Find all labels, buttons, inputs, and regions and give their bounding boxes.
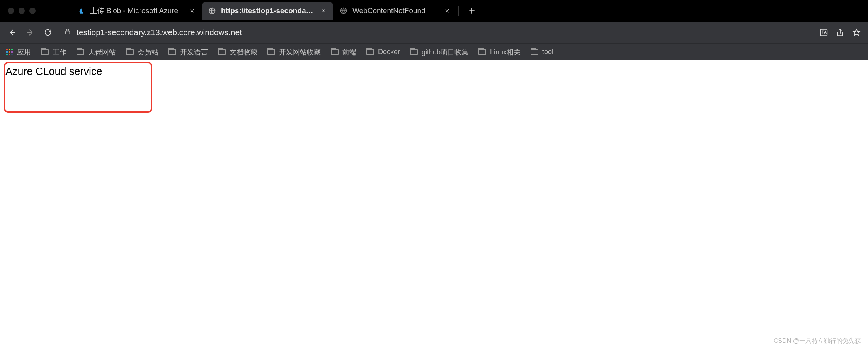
folder-icon xyxy=(77,49,84,55)
window-controls xyxy=(8,8,36,14)
bookmark-label: 开发语言 xyxy=(180,47,208,57)
close-icon[interactable] xyxy=(320,7,327,14)
window-close-button[interactable] xyxy=(8,8,14,14)
folder-icon xyxy=(410,49,418,55)
folder-icon xyxy=(126,49,134,55)
bookmark-label: 工作 xyxy=(53,47,66,57)
bookmark-label: Docker xyxy=(378,48,400,56)
browser-chrome: 上传 Blob - Microsoft Azure https://testio… xyxy=(0,0,868,60)
bookmark-star-icon[interactable] xyxy=(850,26,863,39)
annotation-highlight-box xyxy=(4,62,152,113)
back-button[interactable] xyxy=(5,25,19,39)
folder-icon xyxy=(168,49,176,55)
share-icon[interactable] xyxy=(834,26,846,39)
address-bar[interactable]: testiop1-secondary.z13.web.core.windows.… xyxy=(59,25,814,40)
bookmark-folder-work[interactable]: 工作 xyxy=(41,47,66,57)
tab-separator xyxy=(458,6,459,16)
bookmark-label: 大佬网站 xyxy=(88,47,116,57)
folder-icon xyxy=(531,49,538,55)
bookmarks-bar: 应用 工作 大佬网站 会员站 开发语言 文档收藏 开发网站收藏 前端 Docke… xyxy=(0,43,868,60)
folder-icon xyxy=(478,49,486,55)
bookmark-label: 开发网站收藏 xyxy=(279,47,321,57)
bookmark-folder-frontend[interactable]: 前端 xyxy=(331,47,356,57)
url-text: testiop1-secondary.z13.web.core.windows.… xyxy=(77,28,242,37)
folder-icon xyxy=(366,49,374,55)
azure-icon xyxy=(77,7,85,15)
bookmark-label: tool xyxy=(542,48,553,56)
window-maximize-button[interactable] xyxy=(29,8,36,14)
new-tab-button[interactable] xyxy=(465,4,479,18)
tab-title: 上传 Blob - Microsoft Azure xyxy=(90,6,184,16)
tab-title: WebContentNotFound xyxy=(352,7,439,15)
lock-icon[interactable] xyxy=(64,28,71,37)
tab-azure-upload[interactable]: 上传 Blob - Microsoft Azure xyxy=(70,2,202,20)
close-icon[interactable] xyxy=(444,7,451,14)
bookmark-folder-member[interactable]: 会员站 xyxy=(126,47,158,57)
window-minimize-button[interactable] xyxy=(19,8,25,14)
folder-icon xyxy=(267,49,275,55)
tab-testiop1[interactable]: https://testiop1-secondary.z13 xyxy=(202,2,333,20)
page-content: Azure CLoud service CSDN @一只特立独行的兔先森 xyxy=(0,60,868,349)
apps-button[interactable]: 应用 xyxy=(6,47,31,57)
translate-icon[interactable] xyxy=(818,26,830,39)
bookmark-folder-tool[interactable]: tool xyxy=(531,48,553,56)
bookmark-label: 文档收藏 xyxy=(230,47,257,57)
watermark-text: CSDN @一只特立独行的兔先森 xyxy=(774,337,861,345)
folder-icon xyxy=(218,49,226,55)
bookmark-folder-linux[interactable]: Linux相关 xyxy=(478,47,521,57)
close-icon[interactable] xyxy=(189,7,196,14)
apps-grid-icon xyxy=(6,49,13,56)
globe-icon xyxy=(208,7,216,15)
bookmark-folder-dalao[interactable]: 大佬网站 xyxy=(77,47,116,57)
bookmark-folder-docker[interactable]: Docker xyxy=(366,48,400,56)
bookmark-label: 前端 xyxy=(342,47,356,57)
folder-icon xyxy=(41,49,49,55)
bookmark-label: 会员站 xyxy=(138,47,158,57)
tab-strip: 上传 Blob - Microsoft Azure https://testio… xyxy=(70,0,868,22)
bookmark-folder-docs[interactable]: 文档收藏 xyxy=(218,47,257,57)
toolbar: testiop1-secondary.z13.web.core.windows.… xyxy=(0,22,868,43)
toolbar-right xyxy=(818,26,863,39)
bookmark-folder-github[interactable]: github项目收集 xyxy=(410,47,468,57)
apps-label: 应用 xyxy=(17,47,31,57)
bookmark-label: github项目收集 xyxy=(422,47,468,57)
bookmark-folder-devlang[interactable]: 开发语言 xyxy=(168,47,208,57)
globe-icon xyxy=(339,7,348,15)
reload-button[interactable] xyxy=(41,25,55,39)
tab-webcontentnotfound[interactable]: WebContentNotFound xyxy=(333,2,457,20)
folder-icon xyxy=(331,49,339,55)
titlebar: 上传 Blob - Microsoft Azure https://testio… xyxy=(0,0,868,22)
tab-title: https://testiop1-secondary.z13 xyxy=(221,7,315,15)
svg-rect-2 xyxy=(66,31,70,34)
bookmark-folder-devsites[interactable]: 开发网站收藏 xyxy=(267,47,321,57)
forward-button[interactable] xyxy=(23,25,37,39)
bookmark-label: Linux相关 xyxy=(490,47,521,57)
